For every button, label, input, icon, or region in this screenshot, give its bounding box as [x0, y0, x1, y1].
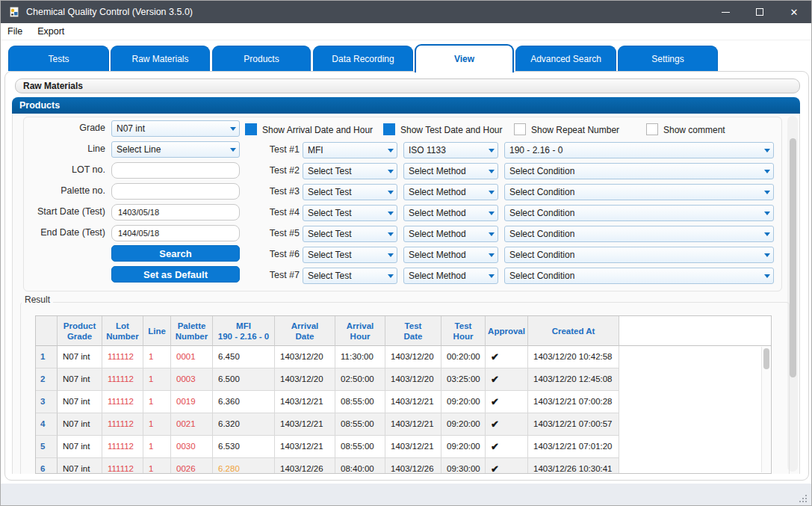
cell-grade[interactable]: N07 int	[58, 436, 102, 458]
products-section-header[interactable]: Products	[12, 97, 800, 114]
cell-grade[interactable]: N07 int	[58, 413, 102, 436]
test-5-test-select[interactable]: Select Test	[303, 226, 397, 242]
cell-test_date[interactable]: 1403/12/21	[385, 413, 441, 436]
table-row-5[interactable]: 5N07 int111112100306.5301403/12/2108:55:…	[36, 436, 771, 458]
cell-mfi[interactable]: 6.360	[213, 391, 275, 413]
cell-palette[interactable]: 0021	[171, 413, 213, 436]
cell-test_date[interactable]: 1403/12/26	[385, 458, 441, 474]
table-row-4[interactable]: 4N07 int111112100216.3201403/12/2108:55:…	[36, 413, 771, 436]
cell-palette[interactable]: 0001	[171, 346, 213, 368]
palette-input[interactable]	[111, 183, 240, 200]
menu-export[interactable]: Export	[30, 26, 72, 37]
cell-palette[interactable]: 0026	[171, 458, 213, 474]
checkbox-3[interactable]	[514, 123, 526, 135]
cell-arr_date[interactable]: 1403/12/21	[275, 436, 335, 458]
cell-approval[interactable]: ✔	[486, 391, 528, 413]
cell-num[interactable]: 5	[36, 436, 58, 458]
column-header-grade[interactable]: ProductGrade	[58, 316, 102, 346]
cell-line[interactable]: 1	[143, 458, 171, 474]
cell-grade[interactable]: N07 int	[58, 368, 102, 391]
tab-settings[interactable]: Settings	[618, 46, 718, 71]
column-header-num[interactable]	[36, 316, 58, 346]
test-5-condition-select[interactable]: Select Condition	[504, 226, 774, 242]
test-2-method-select[interactable]: Select Method	[403, 163, 498, 179]
column-header-arr_date[interactable]: ArrivalDate	[275, 316, 335, 346]
cell-test_hour[interactable]: 03:25:00	[441, 368, 486, 391]
cell-test_hour[interactable]: 09:20:00	[441, 436, 486, 458]
cell-test_hour[interactable]: 09:20:00	[441, 391, 486, 413]
cell-palette[interactable]: 0030	[171, 436, 213, 458]
cell-lot[interactable]: 111112	[102, 436, 143, 458]
column-header-mfi[interactable]: MFI190 - 2.16 - 0	[213, 316, 275, 346]
cell-line[interactable]: 1	[143, 368, 171, 391]
cell-num[interactable]: 1	[36, 346, 58, 368]
cell-created[interactable]: 1403/12/21 07:00:57	[528, 413, 619, 436]
cell-lot[interactable]: 111112	[102, 391, 143, 413]
cell-arr_hour[interactable]: 08:55:00	[335, 436, 385, 458]
test-2-condition-select[interactable]: Select Condition	[504, 163, 774, 179]
cell-num[interactable]: 3	[36, 391, 58, 413]
cell-created[interactable]: 1403/12/20 10:42:58	[528, 346, 619, 368]
maximize-button[interactable]	[743, 1, 777, 23]
test-3-method-select[interactable]: Select Method	[403, 184, 498, 200]
cell-mfi[interactable]: 6.500	[213, 368, 275, 391]
column-header-lot[interactable]: LotNumber	[102, 316, 143, 346]
cell-approval[interactable]: ✔	[486, 413, 528, 436]
cell-line[interactable]: 1	[143, 413, 171, 436]
grade-select[interactable]: N07 int	[111, 120, 240, 137]
test-7-method-select[interactable]: Select Method	[403, 268, 498, 284]
column-header-palette[interactable]: PaletteNumber	[171, 316, 213, 346]
test-6-condition-select[interactable]: Select Condition	[504, 247, 774, 263]
cell-created[interactable]: 1403/12/21 07:01:20	[528, 436, 619, 458]
cell-arr_hour[interactable]: 08:55:00	[335, 391, 385, 413]
close-button[interactable]: ✕	[777, 1, 811, 23]
cell-created[interactable]: 1403/12/21 07:00:28	[528, 391, 619, 413]
test-2-test-select[interactable]: Select Test	[303, 163, 397, 179]
cell-created[interactable]: 1403/12/26 10:30:41	[528, 458, 619, 474]
cell-lot[interactable]: 111112	[102, 368, 143, 391]
cell-approval[interactable]: ✔	[486, 368, 528, 391]
lot-input[interactable]	[111, 162, 240, 179]
cell-lot[interactable]: 111112	[102, 458, 143, 474]
cell-num[interactable]: 2	[36, 368, 58, 391]
cell-arr_hour[interactable]: 08:40:00	[335, 458, 385, 474]
test-7-condition-select[interactable]: Select Condition	[504, 268, 774, 284]
cell-test_hour[interactable]: 09:20:00	[441, 413, 486, 436]
cell-mfi[interactable]: 6.450	[213, 346, 275, 368]
cell-line[interactable]: 1	[143, 391, 171, 413]
tab-view[interactable]: View	[415, 44, 514, 72]
cell-arr_hour[interactable]: 11:30:00	[335, 346, 385, 368]
test-7-test-select[interactable]: Select Test	[303, 268, 397, 284]
cell-arr_date[interactable]: 1403/12/21	[275, 413, 335, 436]
tab-advanced-search[interactable]: Advanced Search	[515, 46, 616, 71]
cell-arr_date[interactable]: 1403/12/20	[275, 368, 335, 391]
cell-grade[interactable]: N07 int	[58, 391, 102, 413]
cell-arr_date[interactable]: 1403/12/20	[275, 346, 335, 368]
cell-test_date[interactable]: 1403/12/21	[385, 436, 441, 458]
start-date-input[interactable]	[111, 204, 240, 220]
test-4-method-select[interactable]: Select Method	[403, 205, 498, 221]
table-vertical-scrollbar[interactable]	[761, 347, 770, 472]
test-1-method-select[interactable]: ISO 1133	[403, 142, 498, 158]
cell-lot[interactable]: 111112	[102, 346, 143, 368]
column-header-approval[interactable]: Approval	[486, 316, 528, 346]
checkbox-2[interactable]	[383, 123, 395, 135]
tab-products[interactable]: Products	[212, 46, 311, 71]
column-header-created[interactable]: Created At	[528, 316, 619, 346]
test-5-method-select[interactable]: Select Method	[403, 226, 498, 242]
cell-num[interactable]: 4	[36, 413, 58, 436]
column-header-test_date[interactable]: TestDate	[385, 316, 441, 346]
set-as-default-button[interactable]: Set as Default	[111, 266, 240, 283]
line-select[interactable]: Select Line	[111, 141, 240, 158]
table-row-2[interactable]: 2N07 int111112100036.5001403/12/2002:50:…	[36, 368, 771, 391]
cell-test_date[interactable]: 1403/12/21	[385, 391, 441, 413]
tab-tests[interactable]: Tests	[8, 46, 109, 71]
raw-materials-section-header[interactable]: Raw Materials	[15, 78, 800, 93]
table-row-6[interactable]: 6N07 int111112100266.2801403/12/2608:40:…	[36, 458, 771, 474]
test-6-test-select[interactable]: Select Test	[303, 247, 397, 263]
cell-line[interactable]: 1	[143, 436, 171, 458]
table-row-1[interactable]: 1N07 int111112100016.4501403/12/2011:30:…	[36, 346, 771, 368]
menu-file[interactable]: File	[1, 26, 30, 37]
end-date-input[interactable]	[111, 225, 240, 241]
tab-raw-materials[interactable]: Raw Materials	[111, 46, 210, 71]
